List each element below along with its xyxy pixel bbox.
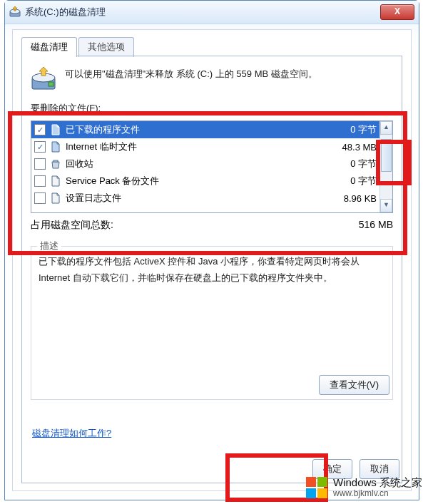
- file-type-icon: [50, 158, 61, 170]
- description-text: 已下载的程序文件包括 ActiveX 控件和 Java 小程序，你查看特定网页时…: [39, 254, 385, 287]
- how-it-works-link[interactable]: 磁盘清理如何工作?: [32, 427, 111, 440]
- file-size: 48.3 MB: [312, 142, 379, 153]
- svg-rect-6: [306, 477, 316, 487]
- tab-strip: 磁盘清理 其他选项: [21, 37, 136, 57]
- file-type-icon: [50, 141, 61, 153]
- file-checkbox[interactable]: [34, 192, 46, 204]
- file-size: 0 字节: [312, 158, 379, 170]
- file-size: 0 字节: [312, 175, 379, 187]
- description-group-title: 描述: [37, 240, 61, 252]
- window-title: 系统(C:)的磁盘清理: [25, 6, 106, 19]
- title-bar: 系统(C:)的磁盘清理 X: [5, 1, 419, 24]
- tab-disk-cleanup[interactable]: 磁盘清理: [21, 37, 77, 57]
- total-row: 占用磁盘空间总数: 516 MB: [31, 219, 393, 232]
- file-row[interactable]: 设置日志文件8.96 KB: [31, 190, 379, 207]
- file-type-icon: [50, 175, 61, 187]
- scroll-up-button[interactable]: ▲: [380, 121, 392, 135]
- file-row[interactable]: Service Pack 备份文件0 字节: [31, 173, 379, 190]
- description-group: 描述 已下载的程序文件包括 ActiveX 控件和 Java 小程序，你查看特定…: [31, 246, 393, 400]
- svg-rect-5: [54, 160, 58, 162]
- watermark: Windows 系统之家 www.bjkmlv.cn: [305, 475, 422, 500]
- file-name: 设置日志文件: [66, 192, 312, 205]
- file-type-icon: [50, 192, 61, 204]
- close-button[interactable]: X: [380, 4, 414, 20]
- file-type-icon: [50, 124, 61, 135]
- file-name: Internet 临时文件: [66, 140, 312, 153]
- scrollbar[interactable]: ▲ ▼: [379, 121, 392, 212]
- view-files-button[interactable]: 查看文件(V): [319, 375, 389, 395]
- scroll-down-button[interactable]: ▼: [380, 199, 392, 212]
- scroll-thumb[interactable]: [381, 139, 392, 172]
- file-row[interactable]: Internet 临时文件48.3 MB: [31, 138, 379, 155]
- tab-more-options[interactable]: 其他选项: [78, 37, 134, 57]
- file-size: 8.96 KB: [312, 193, 379, 204]
- file-size: 0 字节: [312, 123, 379, 136]
- files-listbox[interactable]: 已下载的程序文件0 字节Internet 临时文件48.3 MB回收站0 字节S…: [31, 120, 393, 213]
- file-checkbox[interactable]: [34, 124, 46, 135]
- intro-row: 可以使用"磁盘清理"来释放 系统 (C:) 上的 559 MB 磁盘空间。: [31, 66, 393, 92]
- file-checkbox[interactable]: [34, 141, 46, 153]
- svg-rect-7: [317, 477, 327, 487]
- file-name: 已下载的程序文件: [66, 123, 312, 136]
- file-name: Service Pack 备份文件: [66, 175, 312, 187]
- svg-rect-8: [306, 488, 316, 498]
- windows-logo-icon: [305, 475, 329, 500]
- svg-rect-9: [317, 488, 327, 498]
- total-value: 516 MB: [329, 219, 393, 232]
- svg-rect-4: [49, 82, 54, 86]
- file-name: 回收站: [66, 158, 312, 170]
- disk-large-icon: [31, 66, 56, 92]
- intro-text: 可以使用"磁盘清理"来释放 系统 (C:) 上的 559 MB 磁盘空间。: [65, 66, 317, 82]
- total-label: 占用磁盘空间总数:: [31, 219, 329, 232]
- file-row[interactable]: 回收站0 字节: [31, 155, 379, 173]
- file-row[interactable]: 已下载的程序文件0 字节: [31, 121, 379, 138]
- tab-panel: 可以使用"磁盘清理"来释放 系统 (C:) 上的 559 MB 磁盘空间。 要删…: [21, 56, 402, 483]
- files-to-delete-label: 要删除的文件(F):: [31, 102, 393, 115]
- watermark-text: Windows 系统之家 www.bjkmlv.cn: [333, 476, 422, 498]
- dialog-window: 系统(C:)的磁盘清理 X 磁盘清理 其他选项 可以使用"磁盘清理"来释放 系统…: [4, 0, 419, 500]
- disk-cleanup-icon: [9, 6, 21, 18]
- client-area: 磁盘清理 其他选项 可以使用"磁盘清理"来释放 系统 (C:) 上的 559 M…: [12, 29, 412, 491]
- file-checkbox[interactable]: [34, 175, 46, 187]
- file-checkbox[interactable]: [34, 158, 46, 170]
